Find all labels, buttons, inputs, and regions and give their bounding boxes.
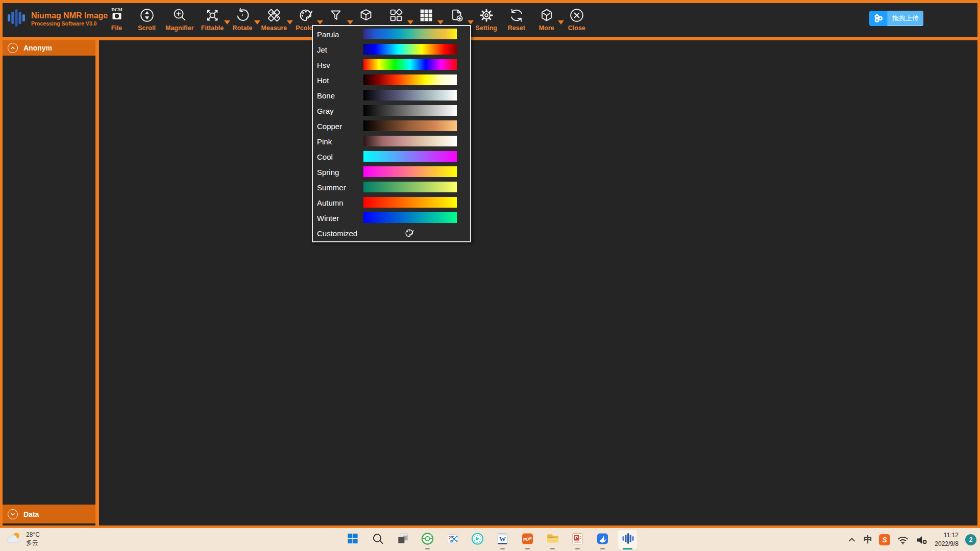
taskbar-app-word[interactable]: W xyxy=(493,529,513,550)
dropdown-caret-icon[interactable] xyxy=(224,20,230,24)
taskbar-app-layers[interactable] xyxy=(393,529,413,550)
colormap-name: Bone xyxy=(313,91,335,100)
taskbar-clock[interactable]: 11:12 2022/9/8 xyxy=(935,531,959,547)
colormap-name: Jet xyxy=(313,45,327,54)
colormap-option-bone[interactable]: Bone xyxy=(313,88,470,103)
colormap-option-winter[interactable]: Winter xyxy=(313,210,470,226)
toolbar-button-setting[interactable]: Setting xyxy=(475,6,498,32)
notification-count-badge[interactable]: 2 xyxy=(965,534,976,545)
taskbar-app-nmr-app[interactable] xyxy=(618,529,638,550)
colormap-name: Hsv xyxy=(313,61,330,69)
sogou-input-icon[interactable]: S xyxy=(879,534,890,545)
colormap-name: Winter xyxy=(313,214,339,222)
stacked-windows-icon xyxy=(396,532,409,547)
clock-time: 11:12 xyxy=(935,531,959,539)
sidebar: Anonym Data xyxy=(3,40,95,525)
snip-tool-icon xyxy=(446,532,459,547)
colormap-gradient-swatch xyxy=(363,120,457,131)
colormap-name: Summer xyxy=(313,183,346,192)
colormap-gradient-swatch xyxy=(363,182,457,192)
grid-icon xyxy=(418,6,435,25)
toolbar-button-rotate[interactable]: Rotate xyxy=(231,6,254,32)
sidebar-body xyxy=(3,56,95,505)
image-canvas[interactable] xyxy=(99,40,977,525)
colormap-option-hsv[interactable]: Hsv xyxy=(313,57,470,72)
taskbar-app-powerpoint[interactable]: P xyxy=(568,529,588,550)
sidebar-section-anonym[interactable]: Anonym xyxy=(3,40,95,56)
colormap-name: Spring xyxy=(313,168,339,177)
colormap-option-spring[interactable]: Spring xyxy=(313,164,470,180)
windows-start-icon xyxy=(346,532,359,547)
colormap-option-autumn[interactable]: Autumn xyxy=(313,195,470,210)
colormap-option-customized[interactable]: Customized xyxy=(313,226,470,241)
toolbar-button-close[interactable]: Close xyxy=(565,6,588,32)
drag-upload-button[interactable]: 拖拽上传 xyxy=(869,11,923,26)
folder-icon xyxy=(546,532,559,547)
app-logo-icon xyxy=(6,7,27,31)
running-indicator xyxy=(600,548,605,549)
fit-expand-icon xyxy=(204,6,221,25)
dropdown-caret-icon[interactable] xyxy=(437,20,444,24)
colormap-option-gray[interactable]: Gray xyxy=(313,103,470,118)
toolbar-button-label: Reset xyxy=(508,24,525,32)
colormap-option-jet[interactable]: Jet xyxy=(313,42,470,57)
scroll-arrows-icon xyxy=(138,6,156,25)
ime-language-indicator[interactable]: 中 xyxy=(864,534,872,545)
colormap-gradient-swatch xyxy=(363,136,457,146)
colormap-gradient-swatch xyxy=(363,166,457,177)
colormap-option-pink[interactable]: Pink xyxy=(313,134,470,149)
dropdown-caret-icon[interactable] xyxy=(287,20,293,24)
toolbar-button-fittable[interactable]: Fittable xyxy=(201,6,224,32)
dropdown-caret-icon[interactable] xyxy=(558,20,564,24)
volume-muted-icon[interactable] xyxy=(916,534,928,546)
taskbar-app-search[interactable] xyxy=(368,529,388,550)
colormap-name: Hot xyxy=(313,76,329,85)
sidebar-section-label: Data xyxy=(23,510,39,518)
hidden-icons-chevron-icon[interactable] xyxy=(847,535,857,545)
dropdown-caret-icon[interactable] xyxy=(347,20,353,24)
more-cube-icon xyxy=(538,6,555,25)
taskbar-app-teal-app[interactable] xyxy=(468,529,488,550)
dropdown-caret-icon[interactable] xyxy=(407,20,413,24)
clock-date: 2022/9/8 xyxy=(935,540,959,548)
taskbar-app-pdf[interactable]: PDF xyxy=(518,529,538,550)
toolbar-button-label: Measure xyxy=(261,24,287,32)
dropdown-caret-icon[interactable] xyxy=(254,20,260,24)
colormap-dropdown-menu: ParulaJetHsvHotBoneGrayCopperPinkCoolSpr… xyxy=(312,25,471,242)
taskbar-app-snip[interactable] xyxy=(443,529,463,550)
colormap-option-hot[interactable]: Hot xyxy=(313,72,470,88)
toolbar-button-reset[interactable]: Reset xyxy=(505,6,528,32)
toolbar-button-file[interactable]: DCMFile xyxy=(105,6,128,32)
dropdown-caret-icon[interactable] xyxy=(468,20,474,24)
colormap-name: Customized xyxy=(313,229,357,238)
shapes-icon xyxy=(387,6,405,25)
magnifier-plus-icon xyxy=(171,6,188,25)
colormap-gradient-swatch xyxy=(363,197,457,208)
toolbar-button-scroll[interactable]: Scroll xyxy=(135,6,158,32)
pdf-icon: PDF xyxy=(521,532,534,547)
cube-icon xyxy=(357,6,375,25)
toolbar-button-label: Rotate xyxy=(233,24,253,32)
teal-ring-icon xyxy=(471,532,484,547)
toolbar-button-measure[interactable]: Measure xyxy=(261,6,287,32)
toolbar-button-more[interactable]: More xyxy=(535,6,558,32)
sidebar-section-label: Anonym xyxy=(23,44,52,52)
reset-icon xyxy=(508,6,525,25)
dropdown-caret-icon[interactable] xyxy=(317,20,323,24)
taskbar-app-wing-app[interactable] xyxy=(593,529,613,550)
colormap-option-parula[interactable]: Parula xyxy=(313,27,470,42)
palette-outline-icon xyxy=(404,228,415,239)
toolbar-button-magnifier[interactable]: Magnifier xyxy=(165,6,194,32)
colormap-option-cool[interactable]: Cool xyxy=(313,149,470,164)
taskbar-app-start[interactable] xyxy=(342,529,363,550)
taskbar-app-folder[interactable] xyxy=(543,529,563,550)
colormap-gradient-swatch xyxy=(363,212,457,223)
colormap-name: Gray xyxy=(313,107,334,115)
colormap-option-summer[interactable]: Summer xyxy=(313,180,470,195)
colormap-option-copper[interactable]: Copper xyxy=(313,118,470,134)
sidebar-section-data[interactable]: Data xyxy=(3,505,95,523)
sun-cloud-icon xyxy=(5,531,22,548)
taskbar-app-browser[interactable] xyxy=(418,529,438,550)
wifi-icon[interactable] xyxy=(897,534,909,546)
taskbar-weather-widget[interactable]: 28°C 多云 xyxy=(5,531,40,548)
